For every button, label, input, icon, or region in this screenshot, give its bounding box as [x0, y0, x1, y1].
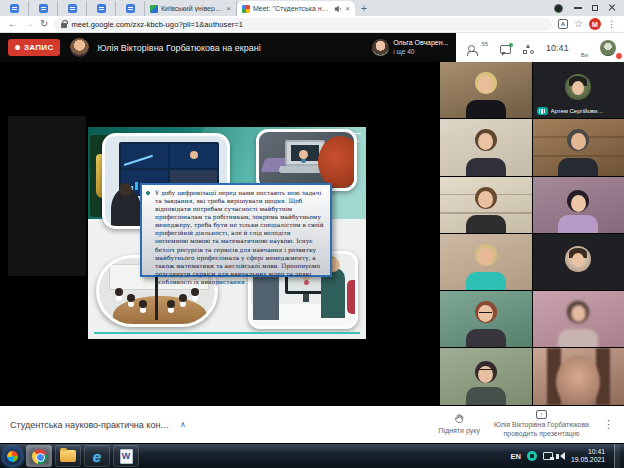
- language-indicator[interactable]: EN: [511, 452, 521, 461]
- participant-tile[interactable]: [533, 234, 624, 290]
- tab-university[interactable]: Київський університет імені Бо ×: [145, 1, 237, 16]
- recording-badge: ЗАПИС: [8, 39, 60, 56]
- taskbar-word[interactable]: W: [113, 445, 139, 467]
- screen-share-title: Юлія Вікторівна Горбатюкова на екрані: [97, 43, 260, 53]
- recording-dot-icon: [15, 45, 20, 50]
- tab-title: Київський університет імені Бо: [161, 5, 223, 12]
- slide-bottom-accent-line: [94, 332, 360, 334]
- raise-hand-button[interactable]: Підняти руку: [439, 413, 480, 436]
- participant-tile[interactable]: [533, 119, 624, 175]
- document-icon: [97, 4, 106, 13]
- taskbar-ie[interactable]: e: [84, 445, 110, 467]
- people-icon: [468, 45, 480, 54]
- close-tab-icon[interactable]: ×: [226, 5, 231, 13]
- meet-bottom-bar: Студентська науково-практична конфе... ∧…: [0, 406, 624, 443]
- document-icon: [39, 4, 48, 13]
- browser-avatar[interactable]: M: [589, 18, 601, 30]
- participant-name: Артем Сергійови…: [551, 108, 604, 114]
- bullet-icon: [146, 191, 150, 195]
- mini-tab[interactable]: [116, 1, 145, 16]
- mini-tab[interactable]: [0, 1, 29, 16]
- shared-screen-stage: У добу цифровізації перед нами постають …: [0, 62, 440, 406]
- participant-tile[interactable]: [440, 348, 532, 404]
- slide-photo-laptop: [256, 129, 357, 191]
- internet-explorer-icon: e: [93, 448, 101, 465]
- network-icon[interactable]: [543, 452, 554, 460]
- people-button[interactable]: 55: [468, 41, 488, 54]
- chevron-up-icon[interactable]: ∧: [180, 420, 186, 429]
- meet-favicon: [242, 5, 250, 13]
- presentation-slide: У добу цифровізації перед нами постають …: [88, 127, 366, 339]
- tray-app-icon[interactable]: [527, 451, 537, 461]
- notification-dot: [615, 52, 623, 60]
- browser-url-bar: ← → ↻ meet.google.com/zxz-kbcb-ugo?pli=1…: [0, 16, 624, 33]
- tab-title: Meet: "Студентська науков: [253, 5, 331, 12]
- windows-logo-icon: [6, 450, 18, 462]
- taskbar-explorer[interactable]: [55, 445, 81, 467]
- url-text: meet.google.com/zxz-kbcb-ugo?pli=1&authu…: [71, 20, 243, 29]
- taskbar-chrome[interactable]: [26, 445, 52, 467]
- self-avatar[interactable]: [600, 40, 616, 56]
- maximize-button[interactable]: [586, 0, 603, 16]
- participant-avatar: [372, 39, 389, 56]
- participant-tile[interactable]: [533, 177, 624, 233]
- activities-icon: [523, 44, 534, 54]
- participant-tile[interactable]: [533, 348, 624, 404]
- slide-text-box: У добу цифровізації перед нами постають …: [140, 183, 332, 277]
- tab-meet-active[interactable]: Meet: "Студентська науков ×: [237, 1, 355, 16]
- activities-button[interactable]: [523, 41, 534, 54]
- bookmark-star-icon[interactable]: ☆: [574, 19, 583, 29]
- reload-icon[interactable]: ↻: [40, 19, 48, 29]
- present-icon: ↑: [536, 410, 547, 419]
- participant-tile[interactable]: [440, 177, 532, 233]
- close-tab-icon[interactable]: ×: [345, 5, 350, 13]
- slide-body-text: У добу цифровізації перед нами постають …: [155, 189, 325, 286]
- new-tab-button[interactable]: +: [355, 1, 373, 16]
- presenter-avatar: [70, 38, 89, 57]
- shared-app-edge: [8, 116, 86, 276]
- translate-icon[interactable]: A: [558, 19, 568, 29]
- browser-tab-bar: Київський університет імені Бо × Meet: "…: [0, 0, 624, 16]
- chat-unread-dot: [509, 43, 513, 47]
- participant-tile[interactable]: Артем Сергійови…: [533, 62, 624, 118]
- meet-header: ЗАПИС Юлія Вікторівна Горбатюкова на екр…: [0, 33, 624, 62]
- more-options-icon[interactable]: ⋮: [603, 418, 614, 431]
- participants-chip[interactable]: Ольга Овчарен... і ще 40: [372, 39, 448, 56]
- lock-icon: [61, 23, 67, 28]
- university-favicon: [150, 5, 158, 13]
- back-icon[interactable]: ←: [8, 19, 18, 29]
- meeting-name[interactable]: Студентська науково-практична конфе...: [10, 420, 175, 430]
- participant-count: 55: [481, 41, 488, 47]
- presenting-status: ↑ Юлія Вікторівна Горбатюковапроводить п…: [494, 410, 589, 439]
- chat-button[interactable]: [500, 42, 511, 54]
- browser-profile-icon[interactable]: [554, 4, 563, 13]
- start-button[interactable]: [2, 446, 23, 467]
- show-desktop-button[interactable]: [614, 444, 620, 468]
- audio-indicator: [537, 107, 548, 115]
- tab-audio-icon[interactable]: [334, 5, 342, 13]
- mini-tab[interactable]: [87, 1, 116, 16]
- raise-hand-icon: [454, 413, 465, 425]
- participants-grid: Артем Сергійови…: [440, 62, 624, 406]
- participant-tile[interactable]: [440, 119, 532, 175]
- participant-tile[interactable]: [440, 234, 532, 290]
- participant-tile[interactable]: [440, 291, 532, 347]
- word-icon: W: [120, 449, 133, 464]
- forward-icon[interactable]: →: [24, 19, 34, 29]
- mini-tab[interactable]: [58, 1, 87, 16]
- address-bar[interactable]: meet.google.com/zxz-kbcb-ugo?pli=1&authu…: [54, 18, 552, 31]
- participant-tile[interactable]: [533, 291, 624, 347]
- close-window-button[interactable]: [603, 0, 620, 16]
- document-icon: [10, 4, 19, 13]
- browser-menu-icon[interactable]: ⋮: [607, 20, 616, 29]
- mini-tab[interactable]: [29, 1, 58, 16]
- participant-tile[interactable]: [440, 62, 532, 118]
- windows-taskbar: e W EN 10:41 19.05.2021: [0, 443, 624, 468]
- chrome-icon: [32, 449, 47, 464]
- volume-icon[interactable]: [560, 452, 565, 460]
- minimize-button[interactable]: [569, 0, 586, 16]
- taskbar-clock[interactable]: 10:41 19.05.2021: [571, 448, 605, 464]
- meeting-time: 10:41: [546, 43, 569, 53]
- document-icon: [68, 4, 77, 13]
- document-icon: [126, 4, 135, 13]
